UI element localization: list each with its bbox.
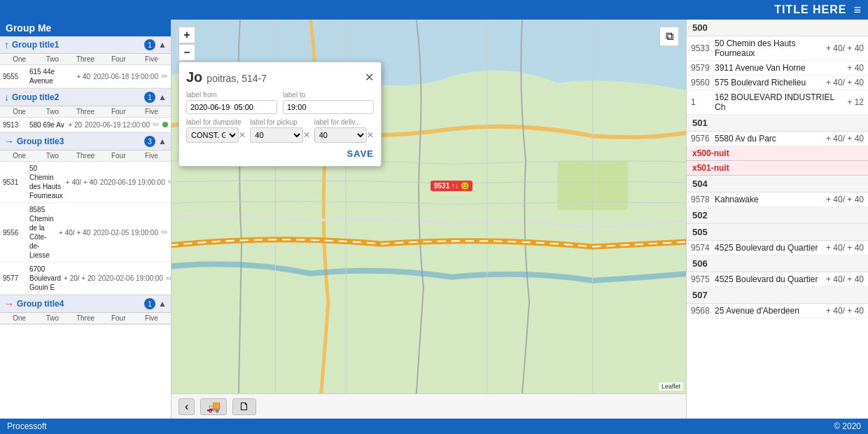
- right-section-header-14: 506: [687, 255, 868, 272]
- col-header-1: Two: [36, 55, 69, 63]
- group-collapse-icon-group1[interactable]: ▲: [158, 40, 167, 50]
- right-row-id: 9578: [691, 195, 715, 204]
- table-row[interactable]: 95744525 Boulevard du Quartier+ 40/ + 40: [687, 241, 868, 255]
- popup-label-from-field: label from: [186, 91, 277, 114]
- group-badge-group3: 3: [144, 136, 155, 147]
- table-row[interactable]: 95765580 Av du Parc+ 40/ + 40: [687, 132, 868, 146]
- transport-bar: ‹ 🚚 🗋: [172, 393, 686, 419]
- group-collapse-icon-group3[interactable]: ▲: [158, 136, 167, 146]
- list-item[interactable]: 9513580 69e Av+ 202020-06-19 12:00:00✏: [0, 118, 171, 132]
- map-marker[interactable]: 9531 ↑↓ 😊: [430, 181, 472, 191]
- right-row-qty: + 40: [847, 63, 864, 73]
- popup-date-from-input[interactable]: [186, 100, 277, 114]
- popup-delivery-clear-button[interactable]: ✕: [367, 130, 374, 140]
- table-row[interactable]: 1162 BOULEVARD INDUSTRIEL Ch+ 12: [687, 90, 868, 115]
- right-row-qty: + 40/ + 40: [826, 243, 864, 253]
- table-row[interactable]: 953350 Chemin des Hauts Fourneaux+ 40/ +…: [687, 36, 868, 61]
- row-edit-icon[interactable]: ✏: [168, 177, 171, 187]
- table-row[interactable]: 9560575 Boulevard Richelieu+ 40/ + 40: [687, 76, 868, 90]
- left-panel-header: Group Me: [0, 20, 171, 36]
- left-panel-body: ↑Group title11▲OneTwoThreeFourFive955561…: [0, 36, 171, 419]
- left-panel: Group Me ↑Group title11▲OneTwoThreeFourF…: [0, 20, 172, 419]
- popup-delivery-field: label for deliv... 40 ✕: [314, 118, 374, 143]
- popup-close-button[interactable]: ✕: [365, 71, 374, 84]
- group-me-title: Group Me: [6, 22, 51, 34]
- col-headers-group2: OneTwoThreeFourFive: [0, 106, 171, 118]
- right-section-night-8: x501-nuit: [687, 161, 868, 176]
- popup-pickup-field: label for pickup 40 ✕: [250, 118, 309, 143]
- group-collapse-icon-group2[interactable]: ▲: [158, 92, 167, 102]
- popup-pickup-clear-button[interactable]: ✕: [303, 130, 310, 140]
- row-qty: + 20: [68, 121, 82, 129]
- col-header-3: Four: [102, 55, 135, 63]
- right-row-qty: + 12: [847, 97, 864, 107]
- popup-dumpsite-field: label for dumpsite CONST. GFL ✕: [186, 118, 246, 143]
- col-header-3: Four: [102, 152, 135, 160]
- right-row-id: 9575: [691, 274, 715, 284]
- group-header-group4[interactable]: →Group title41▲: [0, 295, 171, 313]
- popup-delivery-select[interactable]: 40: [314, 127, 367, 143]
- row-edit-icon[interactable]: ✏: [153, 120, 160, 130]
- row-edit-icon[interactable]: ✏: [161, 71, 168, 81]
- group-arrow-group1: ↑: [4, 39, 9, 50]
- row-address: 615 44e Avenue: [29, 67, 74, 85]
- table-row[interactable]: 95793911 Avenue Van Horne+ 40: [687, 61, 868, 76]
- popup-save-button[interactable]: SAVE: [347, 148, 374, 159]
- right-section-header-9: 504: [687, 176, 868, 192]
- row-id: 9513: [3, 121, 29, 129]
- row-date: 2020-06-19 19:00:00: [100, 178, 165, 186]
- group-header-group1[interactable]: ↑Group title11▲: [0, 36, 171, 54]
- right-row-qty: + 40/ + 40: [826, 306, 864, 316]
- zoom-in-button[interactable]: +: [178, 27, 195, 43]
- group-collapse-icon-group4[interactable]: ▲: [158, 299, 167, 309]
- right-row-qty: + 40/ + 40: [826, 78, 864, 88]
- doc-button[interactable]: 🗋: [232, 398, 256, 415]
- popup-time-to-input[interactable]: [283, 100, 374, 114]
- col-header-1: Two: [36, 314, 69, 322]
- group-header-group2[interactable]: ↓Group title21▲: [0, 89, 171, 106]
- table-row[interactable]: 95754525 Boulevard du Quartier+ 40/ + 40: [687, 272, 868, 287]
- popup-name: poitras, 514-7: [206, 73, 267, 84]
- row-id: 9531: [3, 178, 29, 186]
- group-header-group3[interactable]: →Group title33▲: [0, 133, 171, 150]
- group-badge-group1: 1: [144, 39, 155, 50]
- popup-pickup-select[interactable]: 40: [250, 127, 302, 143]
- popup-pickup-label: label for pickup: [250, 118, 309, 126]
- right-row-address: 3911 Avenue Van Horne: [715, 63, 844, 73]
- table-row[interactable]: 956825 Avenue d'Aberdeen+ 40/ + 40: [687, 304, 868, 318]
- col-header-1: Two: [36, 108, 69, 115]
- group-badge-group2: 1: [144, 92, 155, 103]
- group-section-group4: →Group title41▲OneTwoThreeFourFive: [0, 295, 171, 325]
- popup-dumpsite-clear-button[interactable]: ✕: [239, 130, 246, 140]
- col-header-4: Five: [135, 108, 168, 115]
- list-item[interactable]: 95776700 Boulevard Gouin E+ 20/ + 202020…: [0, 262, 171, 295]
- menu-icon[interactable]: ≡: [853, 3, 861, 18]
- row-id: 9555: [3, 73, 29, 80]
- group-section-group1: ↑Group title11▲OneTwoThreeFourFive955561…: [0, 36, 171, 89]
- bottom-left-text: Processoft: [7, 421, 47, 431]
- popup-dumpsite-select[interactable]: CONST. GFL: [186, 127, 239, 143]
- zoom-out-button[interactable]: −: [178, 44, 195, 61]
- right-section-header-5: 501: [687, 115, 868, 132]
- row-edit-icon[interactable]: ✏: [161, 227, 168, 237]
- row-edit-icon[interactable]: ✏: [166, 274, 171, 284]
- popup-save-area: SAVE: [186, 148, 374, 159]
- row-qty: + 40: [76, 73, 90, 80]
- col-header-4: Five: [135, 55, 168, 63]
- popup-id: Jo: [186, 69, 202, 85]
- group-arrow-group2: ↓: [4, 92, 9, 103]
- layer-button[interactable]: ⧉: [659, 27, 679, 46]
- truck-button[interactable]: 🚚: [200, 398, 227, 415]
- list-item[interactable]: 953150 Chemin des Hauts Fourneaux+ 40/ +…: [0, 162, 171, 203]
- row-date: 2020-06-19 12:00:00: [85, 121, 150, 129]
- popup-label-from-label: label from: [186, 91, 277, 99]
- col-header-0: One: [3, 55, 36, 63]
- main-content: Group Me ↑Group title11▲OneTwoThreeFourF…: [0, 20, 868, 419]
- row-qty: + 20/ + 20: [64, 274, 95, 282]
- right-row-id: 9560: [691, 78, 715, 88]
- table-row[interactable]: 9578Kahnawake+ 40/ + 40: [687, 192, 868, 207]
- back-button[interactable]: ‹: [178, 398, 195, 415]
- list-item[interactable]: 95568585 Chemin de la Côte-de-Liesse+ 40…: [0, 203, 171, 262]
- list-item[interactable]: 9555615 44e Avenue+ 402020-06-18 19:00:0…: [0, 65, 171, 88]
- right-panel: 500953350 Chemin des Hauts Fourneaux+ 40…: [686, 20, 868, 419]
